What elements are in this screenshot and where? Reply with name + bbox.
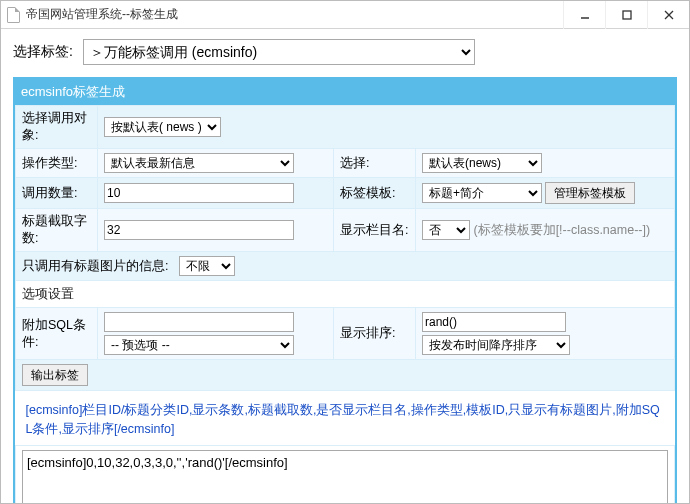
svg-rect-1 — [623, 11, 631, 19]
target-select[interactable]: 按默认表( news ) — [104, 117, 221, 137]
count-input[interactable] — [104, 183, 294, 203]
sql-preset-select[interactable]: -- 预选项 -- — [104, 335, 294, 355]
tpl-label: 标签模板: — [334, 178, 416, 209]
ecmsinfo-panel: ecmsinfo标签生成 选择调用对象: 按默认表( news ) 操作类型: … — [13, 77, 677, 503]
window-minimize-button[interactable] — [563, 1, 605, 29]
title-len-label: 标题截取字数: — [16, 209, 98, 252]
target-label: 选择调用对象: — [16, 106, 98, 149]
title-len-input[interactable] — [104, 220, 294, 240]
table-select[interactable]: 默认表(news) — [422, 153, 542, 173]
panel-title: ecmsinfo标签生成 — [15, 79, 675, 105]
select-tag-label: 选择标签: — [13, 43, 73, 61]
count-label: 调用数量: — [16, 178, 98, 209]
select-tag-dropdown[interactable]: ＞万能标签调用 (ecmsinfo) — [83, 39, 475, 65]
output-tag-button[interactable]: 输出标签 — [22, 364, 88, 386]
window-maximize-button[interactable] — [605, 1, 647, 29]
section-options: 选项设置 — [16, 281, 675, 308]
sort-input[interactable] — [422, 312, 566, 332]
window-titlebar: 帝国网站管理系统--标签生成 — [1, 1, 689, 29]
output-textarea[interactable]: [ecmsinfo]0,10,32,0,3,3,0,'','rand()'[/e… — [22, 450, 668, 504]
explain-text: [ecmsinfo]栏目ID/标题分类ID,显示条数,标题截取数,是否显示栏目名… — [22, 395, 669, 441]
sql-label: 附加SQL条件: — [16, 308, 98, 360]
show-class-select[interactable]: 否 — [422, 220, 470, 240]
sort-select[interactable]: 按发布时间降序排序 — [422, 335, 570, 355]
only-pic-select[interactable]: 不限 — [179, 256, 235, 276]
show-class-label: 显示栏目名: — [334, 209, 416, 252]
sort-label: 显示排序: — [334, 308, 416, 360]
op-type-label: 操作类型: — [16, 149, 98, 178]
op-type-select[interactable]: 默认表最新信息 — [104, 153, 294, 173]
tpl-select[interactable]: 标题+简介 — [422, 183, 542, 203]
window-close-button[interactable] — [647, 1, 689, 29]
only-pic-label: 只调用有标题图片的信息: — [22, 259, 168, 273]
show-class-hint: (标签模板要加[!--class.name--]) — [473, 223, 650, 237]
window-title: 帝国网站管理系统--标签生成 — [26, 6, 178, 23]
table-select-label: 选择: — [334, 149, 416, 178]
document-icon — [7, 7, 20, 23]
sql-input[interactable] — [104, 312, 294, 332]
manage-tpl-button[interactable]: 管理标签模板 — [545, 182, 635, 204]
